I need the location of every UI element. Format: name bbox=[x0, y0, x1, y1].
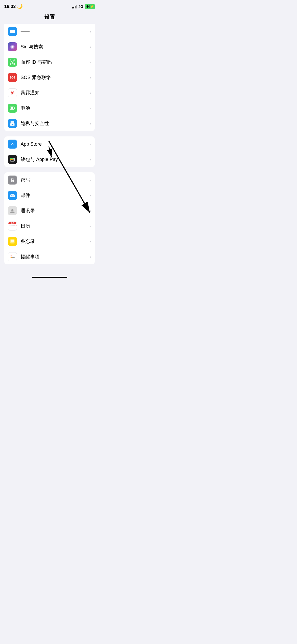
faceid-chevron: › bbox=[89, 59, 91, 65]
privacy-chevron: › bbox=[89, 121, 91, 126]
svg-rect-25 bbox=[10, 194, 15, 197]
battery-label: 电池 bbox=[21, 105, 89, 111]
settings-row-mail[interactable]: 邮件 › bbox=[4, 188, 95, 203]
svg-point-27 bbox=[11, 209, 13, 211]
svg-point-11 bbox=[11, 92, 13, 94]
mail-icon-svg bbox=[10, 192, 15, 198]
exposure-icon bbox=[8, 88, 17, 97]
settings-row-battery[interactable]: 电池 › bbox=[4, 100, 95, 116]
status-bar: 16:33 🌙 4G 44 ⚡ bbox=[0, 0, 99, 11]
siri-label: Siri 与搜索 bbox=[21, 44, 89, 50]
settings-row-exposure[interactable]: 暴露通知 › bbox=[4, 85, 95, 100]
contacts-icon-svg bbox=[10, 208, 15, 214]
privacy-icon bbox=[8, 119, 17, 128]
moon-icon: 🌙 bbox=[17, 4, 23, 9]
partial-chevron: › bbox=[89, 29, 91, 34]
siri-icon bbox=[8, 42, 17, 51]
settings-row-faceid[interactable]: 面容 ID 与密码 › bbox=[4, 54, 95, 70]
notes-chevron: › bbox=[89, 239, 91, 244]
page-title: 设置 bbox=[44, 14, 55, 20]
wallet-icon bbox=[8, 155, 17, 164]
siri-chevron: › bbox=[89, 44, 91, 50]
svg-point-24 bbox=[12, 181, 13, 182]
settings-group-2: App Store › 钱包与 Apple Pay › bbox=[4, 136, 95, 167]
calendar-chevron: › bbox=[89, 223, 91, 229]
settings-row-reminders[interactable]: 提醒事项 › bbox=[4, 249, 95, 264]
battery-icon-svg bbox=[10, 105, 15, 111]
signal-bars bbox=[72, 5, 77, 8]
exposure-chevron: › bbox=[89, 90, 91, 96]
partial-label: —— bbox=[21, 29, 89, 34]
status-time: 16:33 🌙 bbox=[4, 4, 23, 9]
network-type: 4G bbox=[78, 4, 83, 9]
mail-icon bbox=[8, 191, 17, 200]
passwords-icon bbox=[8, 176, 17, 185]
exposure-label: 暴露通知 bbox=[21, 90, 89, 96]
reminders-label: 提醒事项 bbox=[21, 254, 89, 260]
svg-point-32 bbox=[11, 255, 12, 256]
reminders-chevron: › bbox=[89, 254, 91, 260]
svg-rect-7 bbox=[14, 63, 15, 65]
contacts-icon bbox=[8, 206, 17, 215]
status-right: 4G 44 ⚡ bbox=[72, 4, 95, 9]
settings-row-appstore[interactable]: App Store › bbox=[4, 136, 95, 152]
sos-label: SOS 紧急联络 bbox=[21, 74, 89, 81]
svg-point-3 bbox=[12, 46, 13, 48]
appstore-chevron: › bbox=[89, 141, 91, 147]
settings-row-sos[interactable]: SOS SOS 紧急联络 › bbox=[4, 70, 95, 85]
wallet-label: 钱包与 Apple Pay bbox=[21, 156, 89, 163]
settings-row-siri[interactable]: Siri 与搜索 › bbox=[4, 39, 95, 54]
svg-rect-14 bbox=[11, 107, 13, 109]
home-indicator-area bbox=[0, 270, 99, 280]
passwords-label: 密码 bbox=[21, 177, 89, 183]
faceid-label: 面容 ID 与密码 bbox=[21, 59, 89, 65]
battery-indicator: 44 ⚡ bbox=[85, 4, 95, 9]
contacts-label: 通讯录 bbox=[21, 208, 89, 214]
contacts-chevron: › bbox=[89, 208, 91, 214]
settings-row-passwords[interactable]: 密码 › bbox=[4, 172, 95, 188]
settings-group-1: —— › Siri 与搜索 › bbox=[4, 24, 95, 131]
svg-point-22 bbox=[13, 159, 14, 160]
mail-label: 邮件 bbox=[21, 192, 89, 199]
notes-icon-svg bbox=[10, 238, 15, 244]
settings-row-calendar[interactable]: 日历 一 二 三 四 五 六 日 日历 › bbox=[4, 218, 95, 234]
svg-rect-0 bbox=[10, 30, 15, 33]
notes-label: 备忘录 bbox=[21, 238, 89, 245]
settings-row-notes[interactable]: 备忘录 › bbox=[4, 234, 95, 249]
appstore-label: App Store bbox=[21, 141, 89, 147]
svg-point-33 bbox=[11, 257, 12, 258]
privacy-label: 隐私与安全性 bbox=[21, 120, 89, 127]
wallet-chevron: › bbox=[89, 157, 91, 162]
faceid-icon bbox=[8, 58, 17, 67]
sos-icon: SOS bbox=[8, 73, 17, 82]
reminders-icon bbox=[8, 252, 17, 261]
reminders-icon-svg bbox=[10, 254, 15, 260]
calendar-label: 日历 bbox=[21, 223, 89, 229]
svg-rect-5 bbox=[14, 60, 15, 61]
svg-rect-4 bbox=[10, 60, 11, 61]
battery-level: 44 bbox=[86, 5, 90, 8]
partial-row[interactable]: —— › bbox=[4, 24, 95, 39]
notes-icon bbox=[8, 237, 17, 246]
settings-row-wallet[interactable]: 钱包与 Apple Pay › bbox=[4, 152, 95, 167]
mail-chevron: › bbox=[89, 193, 91, 198]
settings-row-privacy[interactable]: 隐私与安全性 › bbox=[4, 116, 95, 131]
partial-icon-svg bbox=[10, 29, 15, 34]
calendar-icon: 日历 一 二 三 四 五 六 日 bbox=[8, 222, 17, 231]
svg-rect-6 bbox=[10, 63, 11, 65]
page-title-bar: 设置 bbox=[0, 11, 99, 24]
privacy-icon-svg bbox=[10, 121, 15, 126]
svg-point-17 bbox=[12, 124, 13, 125]
battery-icon bbox=[8, 104, 17, 113]
passwords-chevron: › bbox=[89, 177, 91, 183]
svg-rect-21 bbox=[10, 159, 13, 160]
partial-icon bbox=[8, 27, 17, 36]
settings-row-contacts[interactable]: 通讯录 › bbox=[4, 203, 95, 218]
appstore-icon bbox=[8, 140, 17, 149]
passwords-icon-svg bbox=[10, 177, 15, 183]
sos-text: SOS bbox=[10, 76, 15, 79]
charging-icon: ⚡ bbox=[90, 5, 93, 8]
appstore-icon-svg bbox=[10, 141, 15, 147]
siri-icon-svg bbox=[10, 44, 15, 50]
faceid-icon-svg bbox=[10, 59, 15, 65]
